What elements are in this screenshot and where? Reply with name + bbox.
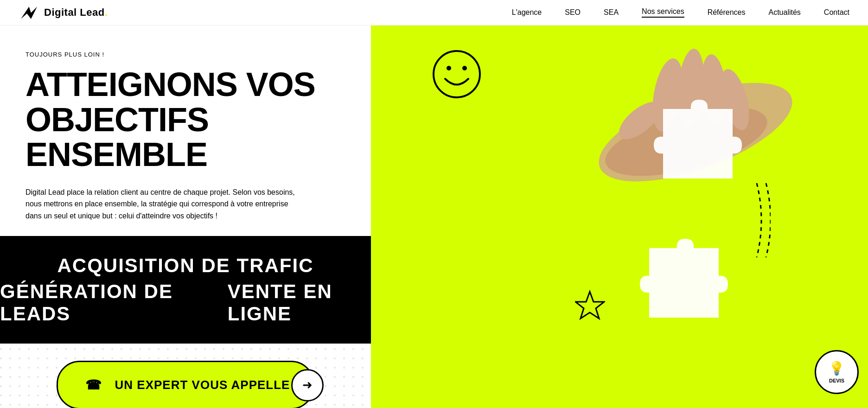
nav-sea[interactable]: SEA — [604, 8, 619, 17]
cta-container: ☎ UN EXPERT VOUS APPELLE ➜ — [57, 361, 315, 408]
puzzle-hands-visual — [371, 26, 868, 408]
arrow-circle[interactable]: ➜ — [291, 369, 324, 402]
svg-marker-18 — [575, 292, 604, 319]
dashed-arc — [734, 178, 771, 262]
banner-line1: ACQUISITION DE TRAFIC — [57, 255, 314, 277]
nav-actualites[interactable]: Actualités — [768, 8, 800, 17]
left-panel: TOUJOURS PLUS LOIN ! ATTEIGNONS VOS OBJE… — [0, 26, 371, 408]
nav-references[interactable]: Références — [708, 8, 746, 17]
nav-nos-services[interactable]: Nos services — [642, 7, 684, 18]
logo[interactable]: Digital Lead. — [19, 5, 108, 21]
cta-button[interactable]: ☎ UN EXPERT VOUS APPELLE — [57, 361, 315, 408]
black-banner: ACQUISITION DE TRAFIC GÉNÉRATION DE LEAD… — [0, 236, 371, 344]
devis-label: DEVIS — [829, 378, 844, 383]
hero-text-section: TOUJOURS PLUS LOIN ! ATTEIGNONS VOS OBJE… — [0, 26, 371, 236]
tagline: TOUJOURS PLUS LOIN ! — [26, 51, 345, 58]
nav-seo[interactable]: SEO — [565, 8, 581, 17]
devis-button[interactable]: 💡 DEVIS — [815, 350, 859, 394]
phone-icon: ☎ — [81, 372, 107, 398]
hero-description: Digital Lead place la relation client au… — [26, 186, 304, 222]
arrow-right-icon: ➜ — [302, 378, 313, 392]
nav-agence[interactable]: L'agence — [512, 8, 542, 17]
lightbulb-icon: 💡 — [829, 361, 845, 376]
hero-title: ATTEIGNONS VOS OBJECTIFS ENSEMBLE — [26, 67, 345, 172]
main-nav: L'agence SEO SEA Nos services Références… — [512, 7, 849, 18]
banner-line2: GÉNÉRATION DE LEADS VENTE EN LIGNE — [0, 280, 371, 325]
main-content: TOUJOURS PLUS LOIN ! ATTEIGNONS VOS OBJE… — [0, 26, 868, 408]
right-panel: 💡 DEVIS — [371, 26, 868, 408]
cta-button-label: UN EXPERT VOUS APPELLE — [115, 378, 290, 392]
logo-icon — [19, 5, 39, 21]
hero-image-area — [371, 26, 868, 408]
dots-cta-section: ☎ UN EXPERT VOUS APPELLE ➜ — [0, 344, 371, 408]
nav-contact[interactable]: Contact — [824, 8, 849, 17]
svg-marker-0 — [21, 6, 37, 19]
site-header: Digital Lead. L'agence SEO SEA Nos servi… — [0, 0, 868, 26]
logo-text: Digital Lead. — [44, 6, 108, 19]
